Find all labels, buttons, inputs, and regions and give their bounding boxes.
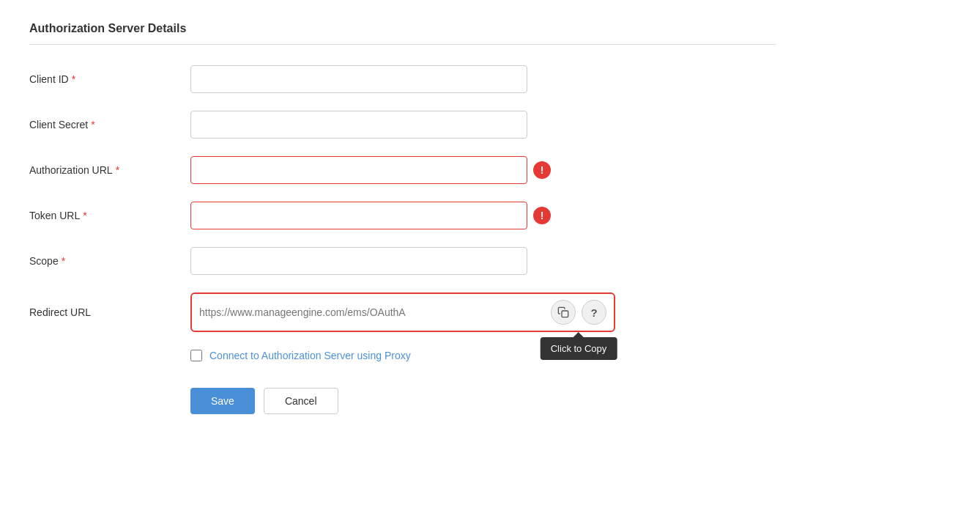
redirect-url-actions: Click to Copy ? — [551, 300, 606, 325]
section-title: Authorization Server Details — [29, 22, 776, 45]
authorization-url-input-group: ! — [190, 156, 551, 184]
token-url-label: Token URL * — [29, 210, 190, 221]
scope-label: Scope * — [29, 255, 190, 267]
client-id-input[interactable] — [190, 65, 527, 93]
scope-input[interactable] — [190, 247, 527, 275]
client-secret-label: Client Secret * — [29, 119, 190, 130]
scope-row: Scope * — [29, 247, 776, 275]
proxy-label: Connect to Authorization Server using Pr… — [209, 350, 411, 361]
client-id-required: * — [72, 73, 75, 85]
redirect-url-input[interactable] — [199, 306, 545, 318]
redirect-url-label: Redirect URL — [29, 306, 190, 318]
token-url-error-icon: ! — [533, 207, 551, 224]
client-secret-required: * — [91, 119, 94, 130]
client-secret-row: Client Secret * — [29, 111, 776, 139]
client-id-label: Client ID * — [29, 73, 190, 85]
token-url-row: Token URL * ! — [29, 202, 776, 229]
token-url-required: * — [83, 210, 86, 221]
authorization-url-input[interactable] — [190, 156, 527, 184]
cancel-button[interactable]: Cancel — [264, 388, 338, 414]
redirect-url-wrapper: Click to Copy ? — [190, 292, 615, 332]
proxy-checkbox[interactable] — [190, 350, 202, 361]
button-row: Save Cancel — [190, 388, 776, 414]
help-button[interactable]: ? — [582, 300, 606, 325]
copy-button[interactable] — [551, 300, 576, 325]
authorization-url-error-icon: ! — [533, 161, 551, 179]
authorization-url-label: Authorization URL * — [29, 164, 190, 176]
token-url-input-group: ! — [190, 202, 551, 229]
proxy-row: Connect to Authorization Server using Pr… — [190, 350, 776, 361]
scope-required: * — [62, 255, 65, 267]
save-button[interactable]: Save — [190, 388, 255, 414]
client-secret-input[interactable] — [190, 111, 527, 139]
authorization-url-row: Authorization URL * ! — [29, 156, 776, 184]
proxy-link[interactable]: Proxy — [385, 350, 411, 361]
client-id-row: Client ID * — [29, 65, 776, 93]
svg-rect-0 — [562, 311, 568, 317]
copy-tooltip: Click to Copy — [541, 337, 617, 360]
authorization-url-required: * — [116, 164, 119, 176]
redirect-url-row: Redirect URL Click to Copy ? — [29, 292, 776, 332]
token-url-input[interactable] — [190, 202, 527, 229]
